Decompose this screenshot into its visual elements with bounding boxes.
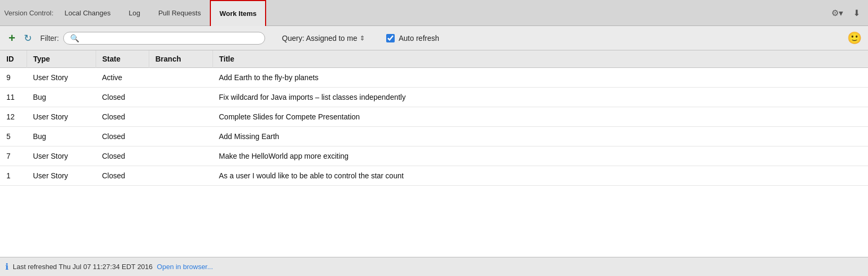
cell-branch: [149, 68, 212, 88]
refresh-button[interactable]: ↻: [22, 32, 34, 44]
download-icon: ⬇: [853, 8, 860, 18]
work-items-table-container: ID Type State Branch Title 9 User Story …: [0, 50, 868, 257]
open-in-browser-link[interactable]: Open in browser...: [157, 263, 213, 271]
work-items-table: ID Type State Branch Title 9 User Story …: [0, 50, 868, 186]
cell-type: User Story: [27, 107, 96, 127]
search-box[interactable]: 🔍: [63, 32, 265, 45]
cell-branch: [149, 88, 212, 107]
search-input[interactable]: [82, 34, 258, 42]
info-icon: ℹ: [5, 262, 8, 272]
cell-type: User Story: [27, 166, 96, 186]
cell-state: Closed: [96, 127, 149, 146]
cell-title: Complete Slides for Compete Presentation: [212, 107, 868, 127]
cell-state: Closed: [96, 107, 149, 127]
cell-branch: [149, 146, 212, 166]
column-header-branch: Branch: [149, 50, 212, 68]
cell-type: Bug: [27, 88, 96, 107]
settings-icon: ⚙: [831, 8, 839, 18]
cell-id: 5: [0, 127, 27, 146]
query-selector[interactable]: Query: Assigned to me ⇕: [282, 34, 365, 42]
table-body: 9 User Story Active Add Earth to the fly…: [0, 68, 868, 186]
column-header-state: State: [96, 50, 149, 68]
cell-state: Closed: [96, 88, 149, 107]
cell-title: Add Earth to the fly-by planets: [212, 68, 868, 88]
download-button[interactable]: ⬇: [849, 5, 864, 20]
cell-branch: [149, 107, 212, 127]
cell-type: User Story: [27, 68, 96, 88]
column-header-id: ID: [0, 50, 27, 68]
query-label: Query: Assigned to me: [282, 34, 358, 42]
tab-work-items[interactable]: Work Items: [210, 0, 266, 26]
settings-button[interactable]: ⚙▾: [830, 5, 845, 20]
auto-refresh-label: Auto refresh: [399, 34, 439, 42]
cell-id: 9: [0, 68, 27, 88]
filter-label: Filter:: [40, 34, 59, 42]
cell-id: 1: [0, 166, 27, 186]
tab-bar-actions: ⚙▾ ⬇: [830, 5, 864, 20]
cell-branch: [149, 127, 212, 146]
cell-branch: [149, 166, 212, 186]
cell-type: Bug: [27, 127, 96, 146]
column-header-type: Type: [27, 50, 96, 68]
table-row[interactable]: 11 Bug Closed Fix wildcard for Java impo…: [0, 88, 868, 107]
cell-type: User Story: [27, 146, 96, 166]
status-bar: ℹ Last refreshed Thu Jul 07 11:27:34 EDT…: [0, 257, 868, 276]
auto-refresh-checkbox[interactable]: [386, 34, 395, 42]
table-row[interactable]: 7 User Story Closed Make the HelloWorld …: [0, 146, 868, 166]
cell-state: Closed: [96, 146, 149, 166]
cell-state: Active: [96, 68, 149, 88]
toolbar: + ↻ Filter: 🔍 Query: Assigned to me ⇕ Au…: [0, 26, 868, 50]
cell-id: 7: [0, 146, 27, 166]
cell-title: Add Missing Earth: [212, 127, 868, 146]
query-arrow-icon: ⇕: [360, 34, 365, 42]
tab-bar-label: Version Control:: [4, 9, 54, 17]
tab-local-changes[interactable]: Local Changes: [56, 0, 120, 26]
status-text: Last refreshed Thu Jul 07 11:27:34 EDT 2…: [13, 263, 152, 271]
table-row[interactable]: 12 User Story Closed Complete Slides for…: [0, 107, 868, 127]
cell-id: 12: [0, 107, 27, 127]
search-icon: 🔍: [70, 34, 79, 42]
table-header: ID Type State Branch Title: [0, 50, 868, 68]
add-button[interactable]: +: [6, 32, 18, 44]
table-row[interactable]: 5 Bug Closed Add Missing Earth: [0, 127, 868, 146]
main-content: + ↻ Filter: 🔍 Query: Assigned to me ⇕ Au…: [0, 26, 868, 276]
cell-title: As a user I would like to be able to con…: [212, 166, 868, 186]
tab-bar: Version Control: Local Changes Log Pull …: [0, 0, 868, 26]
cell-title: Make the HelloWorld app more exciting: [212, 146, 868, 166]
tab-pull-requests[interactable]: Pull Requests: [149, 0, 210, 26]
column-header-title: Title: [212, 50, 868, 68]
cell-title: Fix wildcard for Java imports – list cla…: [212, 88, 868, 107]
auto-refresh-toggle[interactable]: Auto refresh: [386, 34, 439, 42]
cell-id: 11: [0, 88, 27, 107]
table-row[interactable]: 1 User Story Closed As a user I would li…: [0, 166, 868, 186]
tab-log[interactable]: Log: [120, 0, 149, 26]
smiley-button[interactable]: 🙂: [847, 31, 862, 45]
cell-state: Closed: [96, 166, 149, 186]
table-row[interactable]: 9 User Story Active Add Earth to the fly…: [0, 68, 868, 88]
